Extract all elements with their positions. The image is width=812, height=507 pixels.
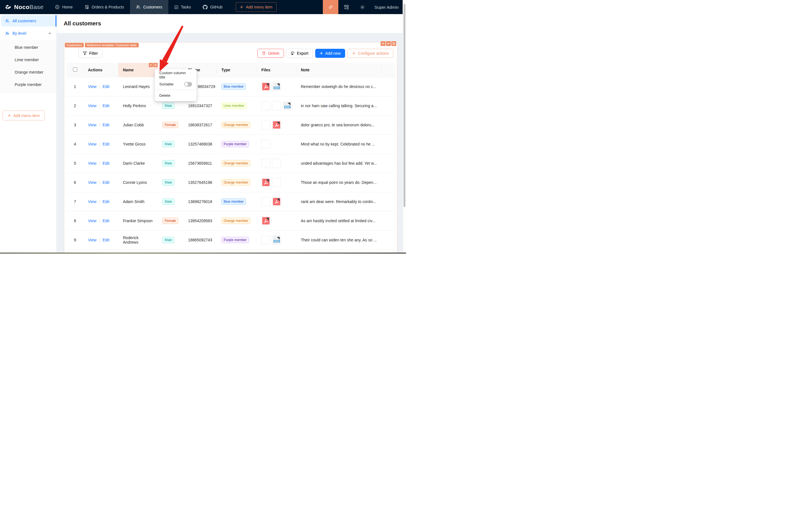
menu-item-delete[interactable]: Delete (156, 91, 195, 100)
sidebar-item-lime-member[interactable]: Lime member (1, 54, 55, 65)
view-link[interactable]: View (88, 123, 97, 127)
nav-item-customers[interactable]: Customers (130, 0, 168, 14)
ui-editor-button[interactable] (323, 0, 338, 14)
menu-item-sortable[interactable]: Sortable (156, 79, 195, 89)
image-thumbnail[interactable] (262, 235, 270, 244)
nav-item-label: Tasks (181, 5, 191, 9)
row-index: 3 (66, 115, 83, 134)
image-thumbnail[interactable] (262, 101, 270, 110)
pdf-file-icon[interactable] (272, 197, 281, 206)
user-menu[interactable]: Super Admin (370, 5, 406, 10)
sortable-toggle[interactable] (184, 82, 192, 87)
export-button[interactable]: Export (286, 49, 313, 58)
add-block-icon[interactable] (386, 41, 391, 46)
view-link[interactable]: View (88, 200, 97, 204)
block-menu-icon[interactable] (391, 41, 396, 46)
nav-item-label: Orders & Products (92, 5, 124, 9)
sidebar-add-menu-item-button[interactable]: Add menu item (3, 111, 45, 120)
nav-add-menu-item-button[interactable]: Add menu item (236, 2, 277, 12)
sidebar-item-label: Blue member (15, 45, 38, 50)
action-separator: | (99, 123, 100, 127)
extra-cell (382, 192, 395, 211)
menu-item-custom-column-title[interactable]: Custom column title (156, 70, 195, 79)
page-scrollbar[interactable] (403, 0, 406, 253)
view-link[interactable]: View (88, 219, 97, 223)
scrollbar-thumb[interactable] (403, 4, 405, 207)
doc-file-icon[interactable]: DOC (272, 235, 281, 244)
image-thumbnail[interactable] (272, 159, 281, 168)
edit-link[interactable]: Edit (103, 123, 109, 127)
column-header-note[interactable]: Note (296, 63, 382, 77)
view-link[interactable]: View (88, 142, 97, 146)
filter-button[interactable]: Filter (78, 49, 102, 58)
settings-button[interactable] (354, 5, 370, 10)
column-header-files[interactable]: Files (257, 63, 296, 77)
edit-link[interactable]: Edit (103, 84, 109, 89)
sidebar-item-by-level[interactable]: By level (1, 27, 55, 39)
gender-cell: Male (158, 192, 183, 211)
view-link[interactable]: View (88, 238, 97, 242)
sidebar-item-all-customers[interactable]: All customers (1, 15, 56, 26)
column-menu-icon[interactable] (153, 63, 158, 67)
filter-icon (83, 51, 87, 55)
plugin-manager-button[interactable] (338, 5, 354, 10)
image-thumbnail[interactable] (272, 101, 281, 110)
pdf-file-icon[interactable] (262, 216, 270, 225)
delete-button[interactable]: Delete (257, 49, 284, 58)
edit-link[interactable]: Edit (103, 200, 109, 204)
pdf-file-icon[interactable] (262, 82, 270, 91)
page-content: Customers Reference template: Customer t… (57, 33, 403, 253)
drag-icon[interactable] (381, 41, 386, 46)
type-cell: Purple member (217, 230, 257, 249)
nav-item-github[interactable]: GitHub (197, 0, 228, 14)
phone-cell: 13257489038 (183, 134, 217, 154)
extra-cell (382, 173, 395, 192)
image-thumbnail[interactable] (262, 120, 270, 129)
image-thumbnail[interactable] (262, 197, 270, 206)
configure-actions-button[interactable]: Configure actions (347, 49, 393, 58)
table-row: 5 View | Edit Darin Clarke Male 15673659… (66, 154, 395, 173)
column-header-actions[interactable]: Actions (83, 63, 118, 77)
edit-link[interactable]: Edit (103, 161, 109, 166)
edit-link[interactable]: Edit (103, 142, 109, 146)
pdf-file-icon[interactable] (272, 120, 281, 129)
sidebar-item-orange-member[interactable]: Orange member (1, 66, 55, 78)
edit-link[interactable]: Edit (103, 219, 109, 223)
block-tag-collection: Customers (65, 43, 84, 47)
image-thumbnail[interactable] (262, 139, 270, 149)
doc-file-icon[interactable]: DOC (283, 101, 292, 110)
nav-item-home[interactable]: Home (49, 0, 78, 14)
view-link[interactable]: View (88, 104, 97, 108)
gender-cell: Male (158, 173, 183, 192)
edit-link[interactable]: Edit (103, 104, 109, 108)
nav-item-orders-products[interactable]: Orders & Products (79, 0, 130, 14)
tasks-icon (174, 5, 178, 9)
phone-cell: 13954209583 (183, 211, 217, 230)
export-label: Export (297, 51, 308, 56)
table-row: 1 View | Edit Leonard Hayes 98034729 Blu… (66, 77, 395, 96)
type-cell: Orange member (217, 173, 257, 192)
add-new-button[interactable]: Add new (315, 49, 345, 58)
sidebar-item-blue-member[interactable]: Blue member (1, 42, 55, 53)
type-tag: Blue member (221, 199, 246, 205)
nocobase-logo[interactable]: NocoBase (0, 0, 49, 14)
edit-link[interactable]: Edit (103, 180, 109, 185)
pdf-file-icon[interactable] (262, 178, 270, 187)
select-all-checkbox[interactable] (73, 67, 77, 72)
drag-icon[interactable] (149, 63, 153, 67)
view-link[interactable]: View (88, 161, 97, 166)
edit-link[interactable]: Edit (103, 238, 109, 242)
sidebar-item-purple-member[interactable]: Purple member (1, 79, 55, 90)
image-thumbnail[interactable] (272, 178, 281, 187)
image-thumbnail[interactable] (262, 159, 270, 168)
doc-file-icon[interactable]: DOC (272, 82, 281, 91)
row-actions-cell: View | Edit (83, 115, 118, 134)
column-header-name[interactable]: Name (118, 63, 158, 77)
view-link[interactable]: View (88, 84, 97, 89)
row-actions-cell: View | Edit (83, 230, 118, 249)
type-tag: Orange member (221, 179, 250, 185)
gender-tag: Female (162, 122, 178, 128)
view-link[interactable]: View (88, 180, 97, 185)
nav-item-tasks[interactable]: Tasks (168, 0, 197, 14)
column-header-type[interactable]: Type (217, 63, 257, 77)
